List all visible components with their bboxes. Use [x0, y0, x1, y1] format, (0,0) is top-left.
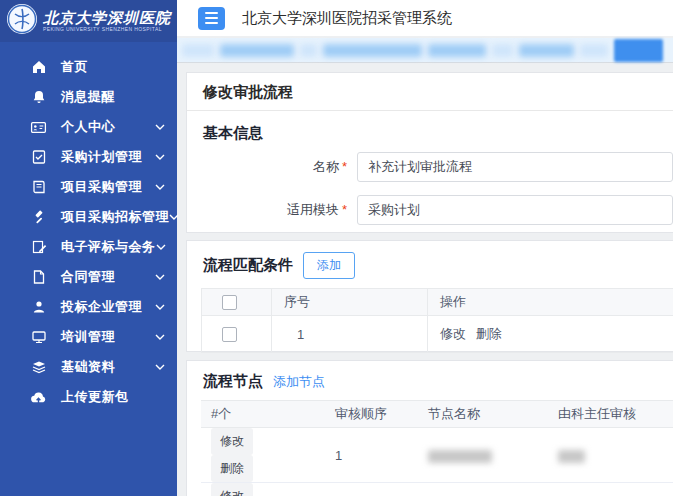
sidebar-item-bidder-enterprise-mgmt[interactable]: 投标企业管理 [0, 292, 177, 322]
redacted-tab[interactable] [323, 44, 422, 57]
chevron-down-icon [155, 364, 165, 370]
modify-link[interactable]: 修改 [440, 326, 466, 341]
redacted-supervisor [558, 450, 585, 463]
section-title-basic-info: 基本信息 [203, 124, 657, 143]
id-card-icon [30, 119, 47, 136]
sidebar-item-home[interactable]: 首页 [0, 52, 177, 82]
match-conditions-table: 序号 操作 字 1 修改 删除 计 [201, 288, 673, 353]
required-asterisk: * [342, 202, 347, 217]
basic-info-card: 修改审批流程 基本信息 名称* 适用模块* [186, 72, 673, 233]
book-icon [30, 179, 47, 196]
chevron-down-icon [155, 154, 165, 160]
form-row-name: 名称* [187, 152, 673, 182]
sidebar-item-project-bidding-mgmt[interactable]: 项目采购招标管理 [0, 202, 177, 232]
bell-icon [30, 89, 47, 106]
sidebar-item-training-mgmt[interactable]: 培训管理 [0, 322, 177, 352]
row-checkbox[interactable] [222, 327, 237, 342]
redacted-active-tab[interactable] [614, 39, 663, 62]
delete-button[interactable]: 删除 [211, 455, 253, 482]
flow-nodes-card: 流程节点 添加节点 #个 审核顺序 节点名称 由科主任审核 修改 删除 1 修改… [186, 360, 673, 496]
column-header-action: 操作 [428, 289, 673, 316]
name-field-label: 名称* [187, 158, 347, 176]
sidebar: 北京大学深圳医院 PEKING UNIVERSITY SHENZHEN HOSP… [0, 0, 177, 496]
redacted-tab[interactable] [580, 44, 608, 57]
module-field-label: 适用模块* [187, 201, 347, 219]
redacted-node-name [428, 450, 492, 463]
sidebar-menu: 首页 消息提醒 个人中心 采购计划管理 项目采购管理 项目采购招标管理 [0, 42, 177, 412]
sidebar-item-basic-data[interactable]: 基础资料 [0, 352, 177, 382]
sidebar-item-notifications[interactable]: 消息提醒 [0, 82, 177, 112]
chevron-down-icon [156, 244, 166, 250]
home-icon [30, 59, 47, 76]
gavel-icon [30, 209, 47, 226]
sidebar-item-personal-center[interactable]: 个人中心 [0, 112, 177, 142]
hospital-name-en: PEKING UNIVERSITY SHENZHEN HOSPITAL [43, 27, 171, 33]
column-header-node-name: 节点名称 [418, 401, 548, 428]
form-row-module: 适用模块* [187, 195, 673, 225]
sidebar-item-project-purchase-mgmt[interactable]: 项目采购管理 [0, 172, 177, 202]
contract-icon [30, 269, 47, 286]
sidebar-item-purchase-plan-mgmt[interactable]: 采购计划管理 [0, 142, 177, 172]
sidebar-item-e-evaluation[interactable]: 电子评标与会务 [0, 232, 177, 262]
menu-toggle-button[interactable] [198, 7, 225, 30]
tab-bar [177, 38, 673, 63]
page-title: 修改审批流程 [187, 73, 673, 111]
hospital-logo-emblem [6, 3, 38, 39]
table-row: 修改 删除 2 [201, 483, 673, 496]
required-asterisk: * [342, 159, 347, 174]
chevron-down-icon [155, 304, 165, 310]
hospital-logo: 北京大学深圳医院 PEKING UNIVERSITY SHENZHEN HOSP… [0, 0, 177, 42]
flow-nodes-table: #个 审核顺序 节点名称 由科主任审核 修改 删除 1 修改 删除 2 [201, 400, 673, 496]
redacted-tab[interactable] [519, 44, 574, 57]
column-header-supervisor: 由科主任审核 [548, 401, 673, 428]
order-cell: 1 [325, 428, 418, 483]
redacted-tab[interactable] [428, 44, 486, 57]
table-row: 1 修改 删除 计 [202, 316, 673, 353]
cloud-upload-icon [30, 389, 47, 406]
redacted-tab[interactable] [300, 44, 317, 57]
chevron-down-icon [155, 124, 165, 130]
chevron-down-icon [155, 184, 165, 190]
layers-icon [30, 359, 47, 376]
name-input[interactable] [357, 152, 673, 182]
chevron-down-icon [155, 334, 165, 340]
redacted-tab[interactable] [492, 44, 513, 57]
actions-cell: 修改 删除 [428, 316, 673, 353]
delete-link[interactable]: 删除 [476, 326, 502, 341]
table-row: 修改 删除 1 [201, 428, 673, 483]
select-all-checkbox[interactable] [222, 295, 237, 310]
system-title: 北京大学深圳医院招采管理系统 [242, 9, 452, 28]
order-cell: 2 [325, 483, 418, 496]
column-header-seq: 序号 [272, 289, 428, 316]
section-title-flow-nodes: 流程节点 [203, 372, 263, 391]
sidebar-item-upload-update-package[interactable]: 上传更新包 [0, 382, 177, 412]
match-conditions-card: 流程匹配条件 添加 序号 操作 字 1 修改 删除 计 [186, 240, 673, 352]
column-header-order: 审核顺序 [325, 401, 418, 428]
document-edit-icon [30, 239, 47, 256]
seq-cell: 1 [272, 316, 428, 353]
person-icon [30, 299, 47, 316]
hospital-name: 北京大学深圳医院 [43, 10, 171, 27]
presentation-icon [30, 329, 47, 346]
redacted-tab[interactable] [220, 44, 294, 57]
add-condition-button[interactable]: 添加 [303, 252, 355, 279]
chevron-down-icon [155, 274, 165, 280]
top-header: 北京大学深圳医院招采管理系统 [177, 0, 673, 36]
sidebar-item-contract-mgmt[interactable]: 合同管理 [0, 262, 177, 292]
modify-button[interactable]: 修改 [211, 483, 253, 496]
clipboard-check-icon [30, 149, 47, 166]
module-input[interactable] [357, 195, 673, 225]
redacted-tab[interactable] [182, 44, 214, 57]
chevron-down-icon [169, 214, 179, 220]
column-header-hash: #个 [201, 401, 325, 428]
section-title-match-conditions: 流程匹配条件 [203, 256, 293, 275]
add-node-link[interactable]: 添加节点 [273, 373, 325, 391]
modify-button[interactable]: 修改 [211, 428, 253, 455]
